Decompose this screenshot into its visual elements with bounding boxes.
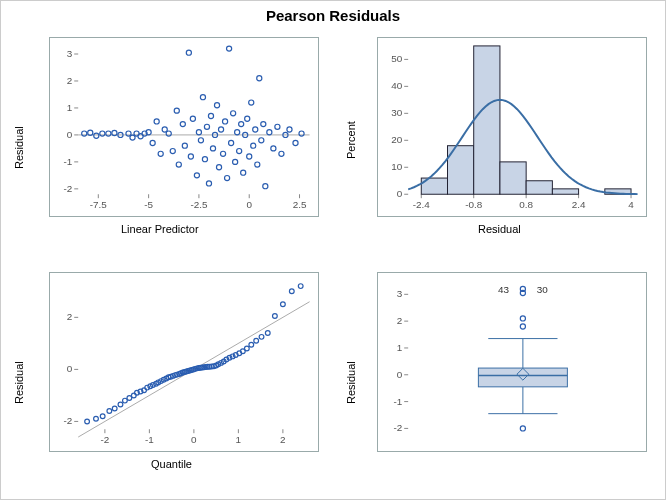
svg-point-196	[259, 334, 264, 339]
svg-point-55	[206, 181, 211, 186]
svg-text:2.4: 2.4	[572, 199, 586, 210]
svg-point-79	[255, 162, 260, 167]
box-panel: Residual -2-101234330	[333, 264, 665, 499]
svg-point-197	[265, 331, 270, 336]
hist-xlabel: Residual	[478, 223, 521, 235]
svg-point-56	[208, 113, 213, 118]
svg-point-138	[85, 419, 90, 424]
svg-point-25	[94, 133, 99, 138]
svg-point-225	[520, 426, 525, 431]
svg-point-71	[239, 122, 244, 127]
scatter-ylabel: Residual	[13, 126, 25, 169]
svg-point-48	[190, 116, 195, 121]
svg-point-87	[279, 151, 284, 156]
scatter-xlabel: Linear Predictor	[121, 223, 199, 235]
svg-point-82	[261, 122, 266, 127]
svg-point-64	[225, 175, 230, 180]
svg-text:30: 30	[391, 107, 402, 118]
svg-text:30: 30	[537, 284, 548, 295]
qq-panel: Residual -2-1012-202 Quantile	[1, 264, 333, 499]
svg-point-51	[198, 138, 203, 143]
svg-point-224	[520, 324, 525, 329]
svg-point-80	[257, 76, 262, 81]
svg-point-45	[182, 143, 187, 148]
hist-plot: -2.4-0.80.82.4401020304050	[377, 37, 647, 217]
svg-point-140	[100, 414, 105, 419]
scatter-panel: Residual -7.5-5-2.502.5-2-10123 Linear P…	[1, 29, 333, 264]
svg-text:-1: -1	[145, 434, 154, 445]
svg-point-223	[520, 316, 525, 321]
svg-point-75	[247, 154, 252, 159]
svg-point-41	[170, 149, 175, 154]
svg-text:2: 2	[67, 75, 73, 86]
box-ylabel: Residual	[345, 361, 357, 404]
svg-point-86	[275, 124, 280, 129]
svg-text:43: 43	[498, 284, 509, 295]
svg-text:-2: -2	[100, 434, 109, 445]
svg-text:2: 2	[397, 315, 403, 326]
svg-point-52	[200, 95, 205, 100]
svg-point-85	[271, 146, 276, 151]
svg-point-194	[249, 342, 254, 347]
svg-text:-5: -5	[144, 199, 153, 210]
svg-text:-2: -2	[63, 415, 72, 426]
svg-point-43	[176, 162, 181, 167]
svg-point-69	[235, 130, 240, 135]
svg-point-67	[231, 111, 236, 116]
svg-point-193	[244, 346, 249, 351]
svg-point-63	[223, 119, 228, 124]
svg-point-139	[94, 416, 99, 421]
svg-point-76	[249, 100, 254, 105]
svg-point-46	[186, 50, 191, 55]
svg-point-38	[158, 151, 163, 156]
svg-text:0: 0	[67, 129, 73, 140]
diagnostics-figure: Pearson Residuals Residual -7.5-5-2.502.…	[0, 0, 666, 500]
svg-point-198	[273, 314, 278, 319]
svg-rect-116	[474, 46, 500, 194]
svg-text:0: 0	[397, 188, 403, 199]
svg-text:0: 0	[397, 369, 403, 380]
svg-text:-2.5: -2.5	[190, 199, 208, 210]
svg-rect-218	[478, 368, 567, 387]
svg-point-54	[204, 124, 209, 129]
svg-text:0: 0	[246, 199, 252, 210]
svg-text:2: 2	[280, 434, 286, 445]
hist-panel: Percent -2.4-0.80.82.4401020304050 Resid…	[333, 29, 665, 264]
svg-rect-117	[500, 162, 526, 194]
svg-text:1: 1	[236, 434, 242, 445]
svg-point-42	[174, 108, 179, 113]
hist-ylabel: Percent	[345, 121, 357, 159]
svg-text:3: 3	[397, 288, 403, 299]
svg-point-201	[298, 284, 303, 289]
svg-rect-119	[552, 189, 578, 194]
svg-point-53	[202, 157, 207, 162]
svg-point-83	[263, 184, 268, 189]
svg-point-61	[218, 127, 223, 132]
svg-rect-118	[526, 181, 552, 194]
svg-text:0: 0	[67, 363, 73, 374]
svg-text:4: 4	[628, 199, 634, 210]
svg-point-195	[254, 338, 259, 343]
svg-text:50: 50	[391, 53, 402, 64]
svg-point-89	[287, 127, 292, 132]
svg-text:2.5: 2.5	[293, 199, 307, 210]
svg-point-81	[259, 138, 264, 143]
svg-point-62	[220, 151, 225, 156]
svg-point-57	[210, 146, 215, 151]
svg-text:20: 20	[391, 134, 402, 145]
svg-point-49	[194, 173, 199, 178]
svg-text:1: 1	[67, 102, 73, 113]
svg-text:-2.4: -2.4	[413, 199, 431, 210]
svg-point-146	[131, 393, 136, 398]
svg-text:-2: -2	[63, 183, 72, 194]
svg-text:-1: -1	[393, 396, 402, 407]
svg-point-60	[216, 165, 221, 170]
svg-text:-2: -2	[393, 422, 402, 433]
qq-plot: -2-1012-202	[49, 272, 319, 452]
svg-point-143	[118, 402, 123, 407]
svg-point-141	[107, 409, 112, 414]
box-plot: -2-101234330	[377, 272, 647, 452]
qq-ylabel: Residual	[13, 361, 25, 404]
svg-point-200	[289, 289, 294, 294]
qq-xlabel: Quantile	[151, 458, 192, 470]
